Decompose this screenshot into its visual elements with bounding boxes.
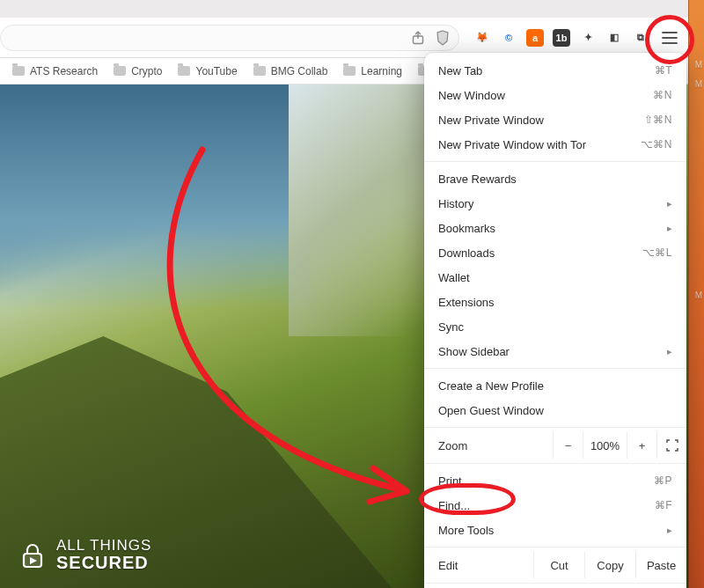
watermark-logo: ALL THINGS SECURED <box>18 538 151 572</box>
share-icon[interactable] <box>411 31 425 45</box>
folder-icon <box>343 66 356 76</box>
menu-shortcut: ⌘P <box>654 474 672 487</box>
menu-item[interactable]: Sync <box>424 314 686 339</box>
menu-item[interactable]: Create a New Profile <box>424 373 686 398</box>
menu-item[interactable]: Downloads⌥⌘L <box>424 240 686 265</box>
menu-item-label: Create a New Profile <box>438 379 544 393</box>
bookmark-label: YouTube <box>195 65 237 77</box>
watermark-line1: ALL THINGS <box>56 538 151 554</box>
ext-a-icon[interactable]: a <box>526 29 544 47</box>
folder-icon <box>12 66 25 76</box>
menu-item[interactable]: Wallet <box>424 265 686 290</box>
menu-item[interactable]: New Tab⌘T <box>424 58 686 83</box>
menu-item[interactable]: New Private Window with Tor⌥⌘N <box>424 132 686 157</box>
extension-icons: 🦊©a1b✦◧⧉ <box>466 29 656 47</box>
metamask-icon[interactable]: 🦊 <box>473 29 491 47</box>
menu-item-label: More Tools <box>438 524 494 537</box>
menu-edit-row: EditCutCopyPaste <box>424 552 686 578</box>
menu-item[interactable]: Bookmarks <box>424 216 686 240</box>
folder-icon <box>253 66 266 76</box>
main-menu-button[interactable] <box>656 25 683 51</box>
main-menu-dropdown: New Tab⌘TNew Window⌘NNew Private Window⇧… <box>424 53 686 588</box>
menu-item-label: Brave Rewards <box>438 173 517 186</box>
lock-play-icon <box>18 540 48 570</box>
url-bar[interactable] <box>0 25 459 51</box>
menu-shortcut: ⌘F <box>655 499 672 511</box>
menu-item[interactable]: Brave Rewards <box>424 166 686 191</box>
menu-item-label: New Tab <box>438 64 482 77</box>
bookmark-folder[interactable]: ATS Research <box>12 65 98 77</box>
bookmark-label: Crypto <box>131 65 162 77</box>
extensions-icon[interactable]: ✦ <box>579 29 597 47</box>
menu-item-label: History <box>438 197 473 210</box>
bookmark-folder[interactable]: Learning <box>343 65 402 77</box>
copy-button[interactable]: Copy <box>584 552 635 578</box>
menu-separator <box>424 161 686 162</box>
desktop-background-sliver: MMM <box>688 0 704 588</box>
menu-item-label: Wallet <box>438 271 470 284</box>
tab-strip <box>0 0 688 18</box>
watermark-line2: SECURED <box>56 554 151 572</box>
cut-button[interactable]: Cut <box>533 552 584 578</box>
menu-item[interactable]: More Tools <box>424 518 686 542</box>
1blocker-icon[interactable]: 1b <box>553 29 570 47</box>
edit-label: Edit <box>424 559 533 572</box>
menu-item-label: Downloads <box>438 246 495 260</box>
menu-separator <box>424 368 686 369</box>
menu-item[interactable]: Extensions <box>424 290 686 314</box>
menu-item-label: Extensions <box>438 296 495 309</box>
bookmark-label: BMG Collab <box>271 65 328 77</box>
menu-zoom-row: Zoom−100%+ <box>424 432 686 459</box>
panel-icon[interactable]: ◧ <box>605 29 623 47</box>
menu-separator <box>424 463 686 464</box>
bookmark-label: Learning <box>361 65 402 77</box>
zoom-value: 100% <box>583 432 627 459</box>
menu-separator <box>424 583 686 584</box>
menu-shortcut: ⇧⌘N <box>644 114 672 126</box>
menu-item[interactable]: History <box>424 191 686 216</box>
menu-separator <box>424 547 686 548</box>
menu-item[interactable]: Print...⌘P <box>424 468 686 493</box>
bookmark-label: ATS Research <box>30 65 98 77</box>
menu-item[interactable]: New Private Window⇧⌘N <box>424 107 686 132</box>
menu-item-label: New Private Window with Tor <box>438 138 586 151</box>
menu-item-label: Bookmarks <box>438 222 495 235</box>
menu-shortcut: ⌥⌘L <box>642 246 672 259</box>
menu-item-label: New Private Window <box>438 114 544 127</box>
bookmark-folder[interactable]: Crypto <box>114 65 162 77</box>
menu-shortcut: ⌥⌘N <box>641 138 672 151</box>
menu-separator <box>424 427 686 428</box>
wallet-icon[interactable]: ⧉ <box>632 29 649 47</box>
folder-icon <box>114 66 126 76</box>
zoom-label: Zoom <box>424 439 553 452</box>
menu-item-label: Sync <box>438 320 464 334</box>
paste-button[interactable]: Paste <box>635 552 686 578</box>
zoom-in-button[interactable]: + <box>627 432 656 459</box>
hamburger-icon <box>662 32 678 44</box>
zoom-out-button[interactable]: − <box>553 432 583 459</box>
menu-item-label: Show Sidebar <box>438 345 510 358</box>
menu-shortcut: ⌘T <box>655 64 672 77</box>
bookmark-folder[interactable]: YouTube <box>178 65 237 77</box>
bookmark-folder[interactable]: BMG Collab <box>253 65 328 77</box>
menu-item-label: Find... <box>438 499 470 512</box>
menu-item-label: Print... <box>438 474 472 488</box>
menu-item-label: New Window <box>438 89 505 102</box>
menu-item[interactable]: Open Guest Window <box>424 398 686 423</box>
menu-shortcut: ⌘N <box>653 89 672 101</box>
menu-item-label: Open Guest Window <box>438 404 544 417</box>
menu-item[interactable]: Show Sidebar <box>424 339 686 364</box>
brave-shield-icon[interactable] <box>436 31 450 45</box>
ext-c-icon[interactable]: © <box>500 29 517 47</box>
menu-item[interactable]: Find...⌘F <box>424 493 686 518</box>
menu-item[interactable]: New Window⌘N <box>424 83 686 107</box>
fullscreen-button[interactable] <box>656 432 686 459</box>
folder-icon <box>178 66 190 76</box>
